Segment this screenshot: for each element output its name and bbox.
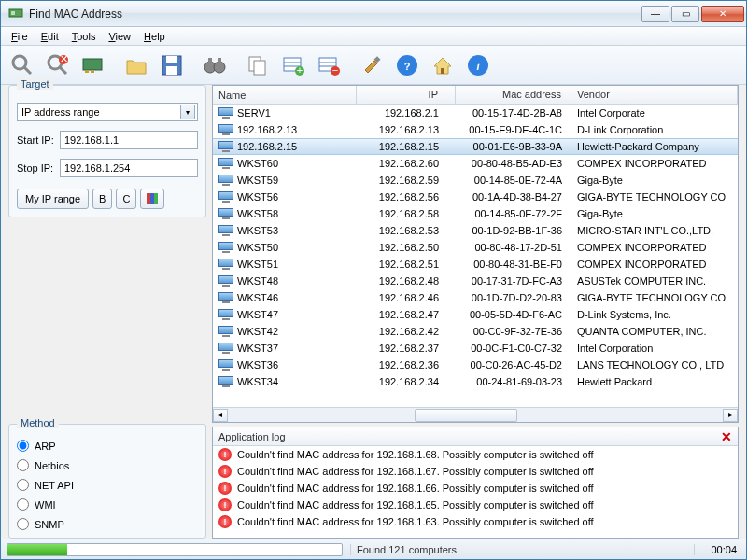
table-row[interactable]: WKST58192.168.2.5800-14-85-0E-72-2FGiga-… xyxy=(213,205,738,222)
svg-rect-17 xyxy=(218,58,221,63)
table-add-icon[interactable]: + xyxy=(277,49,309,81)
home-icon[interactable] xyxy=(427,49,458,81)
table-row[interactable]: WKST60192.168.2.6000-80-48-B5-AD-E3COMPE… xyxy=(213,155,738,172)
monitor-icon xyxy=(218,275,233,287)
menu-tools[interactable]: Tools xyxy=(65,29,103,44)
settings-icon[interactable] xyxy=(356,49,388,81)
monitor-icon xyxy=(218,242,233,253)
svg-rect-10 xyxy=(91,70,94,73)
monitor-icon xyxy=(218,309,233,320)
svg-rect-33 xyxy=(441,68,444,74)
table-row[interactable]: 192.168.2.13192.168.2.1300-15-E9-DE-4C-1… xyxy=(213,121,738,138)
app-icon xyxy=(8,7,23,21)
start-ip-label: Start IP: xyxy=(17,134,54,146)
maximize-button[interactable]: ▭ xyxy=(671,6,699,22)
binoculars-icon[interactable] xyxy=(199,49,231,81)
method-radio-snmp[interactable]: SNMP xyxy=(17,518,198,530)
stop-ip-input[interactable] xyxy=(60,159,198,177)
search-icon[interactable] xyxy=(7,49,38,81)
log-row: !Couldn't find MAC address for 192.168.1… xyxy=(213,446,738,463)
monitor-icon xyxy=(218,158,233,169)
table-row[interactable]: WKST34192.168.2.3400-24-81-69-03-23Hewle… xyxy=(213,373,738,390)
results-list[interactable]: Name IP Mac address Vendor SERV1192.168.… xyxy=(212,85,739,423)
stop-ip-label: Stop IP: xyxy=(17,162,54,174)
start-ip-input[interactable] xyxy=(60,131,198,149)
window-title: Find MAC Address xyxy=(29,7,641,21)
method-legend: Method xyxy=(17,417,59,428)
open-folder-icon[interactable] xyxy=(120,49,152,81)
table-row[interactable]: WKST46192.168.2.4600-1D-7D-D2-20-83GIGA-… xyxy=(213,289,738,306)
progress-bar xyxy=(7,543,343,556)
info-icon[interactable]: i xyxy=(462,49,494,81)
column-name[interactable]: Name xyxy=(213,86,357,104)
horizontal-scrollbar[interactable]: ◂ ▸ xyxy=(213,407,738,422)
network-card-icon[interactable] xyxy=(78,49,109,81)
log-row: !Couldn't find MAC address for 192.168.1… xyxy=(213,463,738,480)
copy-icon[interactable] xyxy=(242,49,274,81)
method-radio-wmi[interactable]: WMI xyxy=(17,498,198,511)
table-row[interactable]: WKST50192.168.2.5000-80-48-17-2D-51COMPE… xyxy=(213,239,738,256)
table-row[interactable]: WKST37192.168.2.3700-0C-F1-C0-C7-32Intel… xyxy=(213,340,738,357)
method-radio-net-api[interactable]: NET API xyxy=(17,479,198,491)
menu-view[interactable]: View xyxy=(102,29,137,44)
scroll-left-icon[interactable]: ◂ xyxy=(213,409,228,422)
scroll-thumb[interactable] xyxy=(415,409,517,422)
error-icon: ! xyxy=(218,482,232,495)
table-row[interactable]: WKST47192.168.2.4700-05-5D-4D-F6-ACD-Lin… xyxy=(213,306,738,323)
table-row[interactable]: WKST53192.168.2.5300-1D-92-BB-1F-36MICRO… xyxy=(213,222,738,239)
menu-edit[interactable]: Edit xyxy=(35,29,65,44)
minimize-button[interactable]: — xyxy=(641,6,669,22)
scroll-right-icon[interactable]: ▸ xyxy=(723,409,738,422)
svg-point-2 xyxy=(13,56,26,69)
class-b-button[interactable]: B xyxy=(92,189,112,209)
monitor-icon xyxy=(218,191,233,203)
class-c-button[interactable]: C xyxy=(116,189,136,209)
app-window: Find MAC Address — ▭ ✕ File Edit Tools V… xyxy=(0,0,747,560)
save-icon[interactable] xyxy=(156,49,188,81)
column-ip[interactable]: IP xyxy=(357,86,456,104)
svg-text:−: − xyxy=(332,64,338,76)
table-row[interactable]: WKST42192.168.2.4200-C0-9F-32-7E-36QUANT… xyxy=(213,323,738,340)
list-header: Name IP Mac address Vendor xyxy=(213,86,738,105)
menu-help[interactable]: Help xyxy=(137,29,172,44)
target-groupbox: Target IP address range ▾ Start IP: Stop… xyxy=(8,85,206,217)
table-row[interactable]: WKST48192.168.2.4800-17-31-7D-FC-A3ASUST… xyxy=(213,273,738,289)
target-legend: Target xyxy=(17,78,53,90)
status-text: Found 121 computers xyxy=(350,544,686,555)
log-close-icon[interactable]: ✕ xyxy=(721,429,732,444)
svg-rect-36 xyxy=(147,193,150,204)
table-row[interactable]: SERV1192.168.2.100-15-17-4D-2B-A8Intel C… xyxy=(213,105,738,121)
table-row[interactable]: 192.168.2.15192.168.2.1500-01-E6-9B-33-9… xyxy=(213,138,738,155)
table-remove-icon[interactable]: − xyxy=(313,49,345,81)
svg-text:✕: ✕ xyxy=(60,53,68,64)
menubar: File Edit Tools View Help xyxy=(1,27,746,46)
menu-file[interactable]: File xyxy=(5,29,35,44)
svg-rect-1 xyxy=(11,11,15,15)
error-icon: ! xyxy=(218,498,232,511)
palette-button[interactable] xyxy=(140,189,164,209)
target-mode-dropdown[interactable]: IP address range ▾ xyxy=(17,103,198,121)
svg-rect-12 xyxy=(166,56,177,63)
table-row[interactable]: WKST59192.168.2.5900-14-85-0E-72-4AGiga-… xyxy=(213,172,738,189)
svg-rect-16 xyxy=(208,58,212,63)
error-icon: ! xyxy=(218,515,232,528)
method-radio-arp[interactable]: ARP xyxy=(17,440,198,452)
my-ip-range-button[interactable]: My IP range xyxy=(17,189,89,209)
svg-rect-19 xyxy=(254,61,265,75)
close-button[interactable]: ✕ xyxy=(701,6,744,22)
monitor-icon xyxy=(218,124,233,135)
table-row[interactable]: WKST56192.168.2.5600-1A-4D-38-B4-27GIGA-… xyxy=(213,189,738,205)
log-row: !Couldn't find MAC address for 192.168.1… xyxy=(213,480,738,497)
search-cancel-icon[interactable]: ✕ xyxy=(42,49,74,81)
svg-rect-37 xyxy=(150,193,154,204)
help-icon[interactable]: ? xyxy=(391,49,423,81)
svg-rect-13 xyxy=(166,66,177,75)
method-radio-netbios[interactable]: Netbios xyxy=(17,459,198,471)
table-row[interactable]: WKST51192.168.2.5100-80-48-31-BE-F0COMPE… xyxy=(213,256,738,273)
table-row[interactable]: WKST36192.168.2.3600-C0-26-AC-45-D2LANS … xyxy=(213,357,738,373)
titlebar[interactable]: Find MAC Address — ▭ ✕ xyxy=(1,1,746,27)
monitor-icon xyxy=(218,107,233,119)
column-mac[interactable]: Mac address xyxy=(456,86,571,104)
column-vendor[interactable]: Vendor xyxy=(571,86,738,104)
monitor-icon xyxy=(218,141,233,152)
